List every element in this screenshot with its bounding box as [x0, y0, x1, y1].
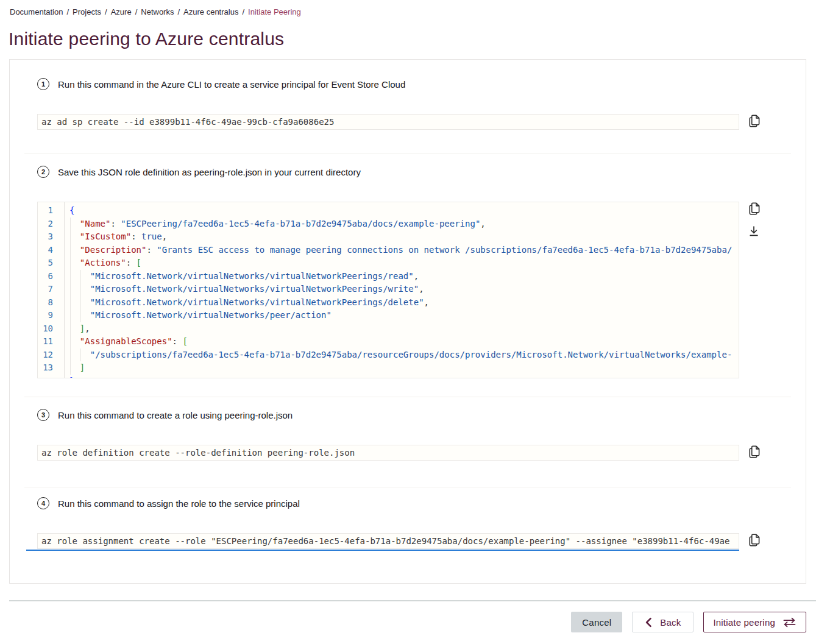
breadcrumb: Documentation/Projects/Azure/Networks/Az…	[0, 0, 816, 17]
step-3-command-box: az role definition create --role-definit…	[37, 445, 739, 461]
json-code-line: 3 "IsCustom": true,	[38, 230, 739, 244]
step-3-command-text: az role definition create --role-definit…	[41, 448, 355, 458]
json-code-line: 2 "Name": "ESCPeering/fa7eed6a-1ec5-4efa…	[38, 218, 739, 231]
step-3-label: Run this command to create a role using …	[58, 410, 293, 420]
json-code-line: 11 "AssignableScopes": [	[38, 335, 739, 349]
copy-icon	[748, 202, 761, 218]
breadcrumb-item-documentation[interactable]: Documentation	[10, 7, 63, 16]
page-title: Initiate peering to Azure centralus	[9, 28, 816, 50]
json-code-line: 7 "Microsoft.Network/virtualNetworks/vir…	[38, 283, 739, 296]
steps-card: 1 Run this command in the Azure CLI to c…	[9, 59, 806, 584]
initiate-peering-button[interactable]: Initiate peering	[703, 612, 806, 632]
back-button[interactable]: Back	[632, 612, 694, 632]
indent-guide	[70, 218, 71, 375]
breadcrumb-item-projects[interactable]: Projects	[73, 7, 101, 16]
json-code-line: 9 "Microsoft.Network/virtualNetworks/pee…	[38, 309, 739, 322]
gutter-divider	[64, 202, 65, 378]
step-2-number-badge: 2	[37, 166, 49, 178]
json-code-line: 10 ],	[38, 322, 739, 336]
step-4-label: Run this command to assign the role to t…	[58, 498, 300, 509]
breadcrumb-separator: /	[66, 7, 69, 16]
indent-guide	[80, 349, 81, 361]
step-1-label: Run this command in the Azure CLI to cre…	[58, 79, 405, 90]
json-code-line: 14}	[38, 375, 739, 379]
cancel-button[interactable]: Cancel	[571, 612, 622, 632]
breadcrumb-item-azure-centralus[interactable]: Azure centralus	[183, 7, 238, 16]
step-2-section: 2 Save this JSON role definition as peer…	[10, 154, 806, 397]
step-2-label: Save this JSON role definition as peerin…	[58, 167, 361, 177]
json-code-line: 4 "Description": "Grants ESC access to m…	[38, 244, 739, 257]
json-code-line: 12 "/subscriptions/fa7eed6a-1ec5-4efa-b7…	[38, 349, 739, 362]
step-4-command-box: az role assignment create --role "ESCPee…	[37, 533, 739, 549]
json-copy-button[interactable]	[747, 202, 761, 216]
json-code-line: 1{	[38, 204, 739, 218]
json-editor[interactable]: 1{2 "Name": "ESCPeering/fa7eed6a-1ec5-4e…	[37, 202, 739, 378]
breadcrumb-item-azure[interactable]: Azure	[111, 7, 132, 16]
step-3-section: 3 Run this command to create a role usin…	[10, 397, 806, 487]
copy-icon	[748, 114, 761, 130]
json-code-line: 5 "Actions": [	[38, 257, 739, 270]
breadcrumb-item-initiate-peering: Initiate Peering	[248, 7, 301, 16]
json-editor-lines: 1{2 "Name": "ESCPeering/fa7eed6a-1ec5-4e…	[38, 202, 739, 378]
breadcrumb-separator: /	[177, 7, 180, 16]
breadcrumb-separator: /	[135, 7, 138, 16]
back-button-label: Back	[660, 617, 681, 628]
transfer-arrows-icon	[782, 617, 796, 628]
step-4-command-text: az role assignment create --role "ESCPee…	[41, 536, 729, 546]
step-3-copy-button[interactable]	[747, 445, 761, 459]
copy-icon	[748, 533, 761, 549]
step-3-number-badge: 3	[37, 409, 49, 421]
horizontal-scrollbar[interactable]	[26, 550, 739, 551]
step-1-copy-button[interactable]	[747, 114, 761, 129]
download-icon	[748, 225, 760, 239]
step-1-section: 1 Run this command in the Azure CLI to c…	[10, 60, 806, 154]
step-1-command-box: az ad sp create --id e3899b11-4f6c-49ae-…	[37, 114, 739, 130]
breadcrumb-item-networks[interactable]: Networks	[141, 7, 174, 16]
step-4-section: 4 Run this command to assign the role to…	[10, 487, 806, 583]
copy-icon	[748, 445, 761, 461]
step-1-command-text: az ad sp create --id e3899b11-4f6c-49ae-…	[41, 117, 334, 127]
step-1-number-badge: 1	[37, 78, 49, 90]
chevron-left-icon	[645, 617, 652, 628]
initiate-peering-button-label: Initiate peering	[713, 617, 775, 628]
step-4-number-badge: 4	[37, 497, 49, 509]
indent-guide	[80, 270, 81, 322]
breadcrumb-separator: /	[105, 7, 107, 16]
breadcrumb-separator: /	[242, 7, 244, 16]
json-code-line: 8 "Microsoft.Network/virtualNetworks/vir…	[38, 296, 739, 310]
json-download-button[interactable]	[747, 225, 761, 239]
footer-actions: Cancel Back Initiate peering	[0, 601, 816, 632]
json-code-line: 13 ]	[38, 361, 739, 375]
step-4-copy-button[interactable]	[747, 533, 761, 548]
json-code-line: 6 "Microsoft.Network/virtualNetworks/vir…	[38, 270, 739, 283]
